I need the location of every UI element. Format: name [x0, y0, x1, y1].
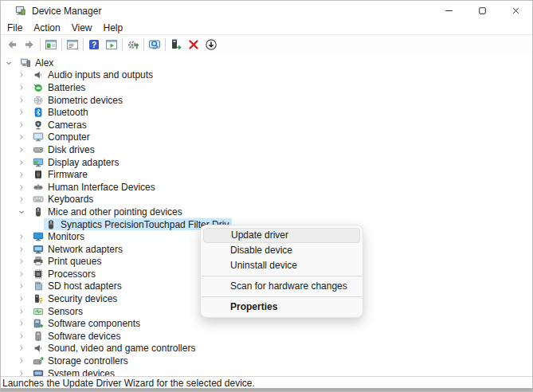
- row-content: Network adapters: [31, 243, 126, 255]
- tree-item-biometric-devices[interactable]: Biometric devices: [1, 94, 532, 107]
- chevron-collapsed-icon[interactable]: [17, 145, 26, 155]
- arrow-left-icon: [6, 38, 18, 51]
- minimize-button[interactable]: [432, 1, 465, 21]
- row-content: Software components: [31, 318, 143, 330]
- chevron-collapsed-icon[interactable]: [17, 281, 26, 291]
- printer-icon: [33, 256, 44, 267]
- tree-item-label: Sound, video and game controllers: [48, 343, 195, 354]
- tree-item-mice-and-other-pointing-devices[interactable]: Mice and other pointing devices: [1, 206, 532, 218]
- chevron-collapsed-icon[interactable]: [17, 120, 26, 130]
- chevron-collapsed-icon[interactable]: [17, 132, 26, 142]
- chevron-collapsed-icon[interactable]: [17, 257, 26, 266]
- tree-item-label: Mice and other pointing devices: [48, 206, 182, 218]
- tree-item-label: Alex: [35, 57, 53, 69]
- tree-item-firmware[interactable]: Firmware: [1, 168, 532, 181]
- keyboard-icon: [33, 194, 44, 205]
- menu-action[interactable]: Action: [28, 22, 65, 34]
- chevron-collapsed-icon[interactable]: [17, 158, 26, 167]
- context-menu-scan-for-hardware-changes[interactable]: Scan for hardware changes: [203, 279, 360, 294]
- row-content: Processors: [31, 268, 99, 280]
- tree-item-keyboards[interactable]: Keyboards: [1, 194, 532, 206]
- status-text: Launches the Update Driver Wizard for th…: [1, 377, 532, 389]
- row-content: Disk drives: [31, 143, 98, 155]
- toolbar-separator: [165, 38, 166, 51]
- chevron-collapsed-icon[interactable]: [17, 96, 26, 105]
- tree-item-label: Print queues: [48, 256, 101, 267]
- context-menu-uninstall-device[interactable]: Uninstall device: [203, 258, 360, 273]
- tree-item-label: Disk drives: [48, 144, 95, 155]
- tree-item-label: Software devices: [48, 331, 120, 342]
- tree-item-bluetooth[interactable]: Bluetooth: [1, 106, 532, 119]
- tree-item-disk-drives[interactable]: Disk drives: [1, 143, 532, 156]
- device-search-button[interactable]: [146, 37, 163, 53]
- row-content: Sound, video and game controllers: [31, 343, 198, 355]
- forward-button[interactable]: [21, 37, 38, 53]
- help-button[interactable]: ?: [85, 37, 103, 53]
- menu-help[interactable]: Help: [98, 22, 129, 34]
- row-content: Security devices: [31, 293, 120, 305]
- window-controls: [432, 1, 532, 21]
- chevron-expanded-icon[interactable]: [17, 207, 26, 217]
- menu-file[interactable]: File: [2, 22, 28, 34]
- chevron-expanded-icon[interactable]: [4, 58, 14, 68]
- tree-item-sound-video-and-game-controllers[interactable]: Sound, video and game controllers: [1, 343, 532, 355]
- action-pane-icon: [105, 38, 118, 51]
- chevron-collapsed-icon[interactable]: [17, 232, 26, 241]
- tree-item-computer[interactable]: Computer: [1, 131, 532, 144]
- tree-item-alex[interactable]: Alex: [1, 57, 532, 69]
- chevron-collapsed-icon[interactable]: [17, 194, 26, 204]
- chevron-collapsed-icon[interactable]: [17, 170, 26, 179]
- computer-user-icon: [20, 57, 31, 69]
- fingerprint-icon: [33, 95, 44, 106]
- tree-item-label: Biometric devices: [48, 95, 123, 106]
- close-button[interactable]: [499, 1, 532, 21]
- disable-device-button[interactable]: [202, 37, 220, 53]
- context-menu-properties[interactable]: Properties: [203, 300, 360, 315]
- scan-for-hardware-changes-button[interactable]: [124, 37, 142, 53]
- tree-item-software-components[interactable]: Software components: [1, 317, 532, 330]
- tree-item-storage-controllers[interactable]: Storage controllers: [1, 355, 532, 367]
- driver-update-icon: [170, 38, 182, 51]
- context-menu-update-driver[interactable]: Update driver: [203, 228, 360, 243]
- help-icon: ?: [88, 38, 100, 51]
- back-button[interactable]: [3, 37, 21, 53]
- maximize-button[interactable]: [465, 1, 499, 21]
- chevron-collapsed-icon[interactable]: [17, 83, 26, 92]
- chevron-collapsed-icon[interactable]: [17, 108, 26, 117]
- tree-item-cameras[interactable]: Cameras: [1, 119, 532, 131]
- context-menu-disable-device[interactable]: Disable device: [203, 243, 360, 258]
- tree-item-audio-inputs-and-outputs[interactable]: Audio inputs and outputs: [1, 69, 532, 82]
- chevron-collapsed-icon[interactable]: [17, 245, 26, 254]
- menu-bar: FileActionViewHelp: [1, 21, 532, 35]
- context-menu: Update driverDisable deviceUninstall dev…: [200, 225, 363, 318]
- tree-item-display-adapters[interactable]: Display adapters: [1, 156, 532, 169]
- hid-icon: [33, 182, 44, 193]
- chevron-collapsed-icon[interactable]: [17, 269, 26, 279]
- software-device-icon: [33, 331, 44, 342]
- properties-window-icon: [66, 38, 79, 51]
- update-driver-button[interactable]: [167, 37, 185, 53]
- chevron-collapsed-icon[interactable]: [17, 182, 26, 192]
- network-icon: [33, 244, 44, 255]
- chevron-collapsed-icon[interactable]: [17, 307, 26, 316]
- tree-item-label: Processors: [48, 269, 96, 280]
- properties-button[interactable]: [64, 37, 81, 53]
- tree-item-software-devices[interactable]: Software devices: [1, 330, 532, 343]
- chevron-collapsed-icon[interactable]: [17, 70, 26, 80]
- storage-icon: [33, 355, 44, 367]
- tree-item-batteries[interactable]: Batteries: [1, 81, 532, 94]
- row-content: Firmware: [31, 169, 91, 181]
- show-console-tree-button[interactable]: [42, 37, 60, 53]
- tree-item-human-interface-devices[interactable]: Human Interface Devices: [1, 181, 532, 194]
- chevron-collapsed-icon[interactable]: [17, 331, 26, 341]
- menu-view[interactable]: View: [66, 22, 98, 34]
- uninstall-device-button[interactable]: [185, 37, 202, 53]
- chevron-collapsed-icon[interactable]: [17, 356, 26, 366]
- chevron-collapsed-icon[interactable]: [17, 294, 26, 304]
- action-pane-button[interactable]: [103, 37, 120, 53]
- row-content: Mice and other pointing devices: [31, 206, 186, 218]
- tree-item-label: Display adapters: [48, 157, 119, 168]
- svg-text:?: ?: [92, 41, 96, 49]
- chevron-collapsed-icon[interactable]: [17, 343, 26, 353]
- chevron-collapsed-icon[interactable]: [17, 319, 26, 328]
